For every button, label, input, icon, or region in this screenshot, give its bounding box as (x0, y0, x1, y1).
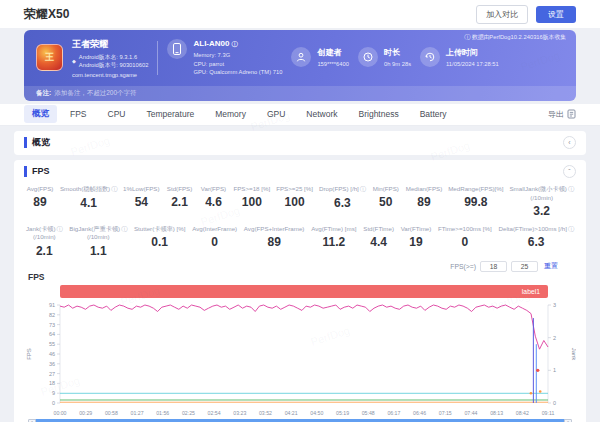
stat-value: 11.2 (311, 235, 356, 249)
fps-section-title: FPS (24, 166, 50, 177)
collapse-chevron-down-icon[interactable]: ˇ (563, 165, 576, 178)
device-cpu: CPU: parrot (193, 60, 282, 69)
fps-line-chart[interactable]: 918273645546362718903210FPSJank00:0000:2… (24, 300, 576, 418)
info-icon[interactable]: ⓘ (121, 226, 127, 232)
duration-label: 时长 (384, 47, 411, 58)
add-compare-button[interactable]: 加入对比 (476, 5, 528, 24)
stat-label: Delta(FTime)>100ms [/h]ⓘ (499, 225, 574, 234)
stat-value: 99.8 (448, 195, 503, 209)
stat-value: 4.1 (60, 196, 117, 210)
tab-brightness[interactable]: Brightness (351, 106, 407, 122)
tab-cpu[interactable]: CPU (100, 106, 134, 122)
stat-label: FPS>=25 [%] (276, 185, 313, 193)
x-axis-tick: 01:56 (156, 410, 169, 416)
phone-icon (167, 39, 187, 59)
info-icon[interactable]: ⓘ (360, 186, 366, 192)
duration-block: 时长 0h 9m 28s (358, 47, 411, 69)
datazoom-selected-range[interactable] (35, 419, 565, 422)
settings-button[interactable]: 设置 (536, 6, 576, 23)
tab-battery[interactable]: Battery (412, 106, 455, 122)
version-note-text: 数据由PerfDog10.2.240316版本收集 (472, 34, 566, 40)
stat-label: Var(FPS) (199, 185, 227, 193)
app-version-code: Android版本号: 903010602 (79, 61, 149, 69)
tab-network[interactable]: Network (298, 106, 345, 122)
note-placeholder: 添加备注，不超过200个字符 (54, 89, 136, 96)
fps-stats-row-1: Avg(FPS)89Smooth(稳帧指数)ⓘ4.11%Low(FPS)54St… (24, 179, 576, 219)
datazoom-left-handle-icon[interactable]: ‖ (28, 419, 36, 422)
creator-label: 创建者 (317, 47, 349, 58)
stat-value: 100 (233, 195, 270, 209)
tab-gpu[interactable]: GPU (259, 106, 293, 122)
export-button[interactable]: 导出 (548, 109, 576, 120)
info-icon[interactable]: ⓘ (568, 186, 574, 192)
stat-label: Avg(InterFrame) (192, 225, 237, 233)
stat-label: Avg(FPS) (26, 185, 54, 193)
stat-value: 6.3 (319, 196, 366, 210)
info-icon[interactable]: ⓘ (57, 226, 63, 232)
stat: Jank(卡顿)ⓘ(/10min)2.1 (26, 225, 63, 258)
stat-value: 100 (276, 195, 313, 209)
collapse-chevron-left-icon[interactable]: ‹ (563, 136, 576, 149)
x-axis-tick: 00:58 (105, 410, 118, 416)
tab-概览[interactable]: 概览 (24, 105, 57, 123)
stat: Avg(FPS)89 (26, 185, 54, 209)
stat: SmallJank(微小卡顿)ⓘ(/10min)3.2 (509, 185, 573, 218)
info-icon[interactable]: ⓘ (568, 226, 574, 232)
stat: Avg(FPS+InterFrame)89 (244, 225, 305, 249)
stat-label: Smooth(稳帧指数)ⓘ (60, 185, 117, 194)
info-icon[interactable]: ⓘ (231, 40, 237, 49)
stat-value: 6.3 (499, 235, 574, 249)
app-info-block: 王者荣耀 ◆ Android版本名: 9.3.1.6 Android版本号: 9… (72, 38, 148, 78)
fps-threshold-low-input[interactable] (480, 261, 507, 272)
fps-threshold-label: FPS(>=) (450, 263, 476, 270)
datazoom-right-handle-icon[interactable]: ‖ (564, 419, 572, 422)
stat-value: 4.4 (363, 235, 394, 249)
stat-label: 1%Low(FPS) (123, 185, 159, 193)
series-line-fps (60, 305, 548, 349)
metric-tabbar: 概览FPSCPUTemperatureMemoryGPUNetworkBrigh… (0, 104, 600, 126)
left-axis-tick: 73 (49, 321, 55, 327)
duration-value: 0h 9m 28s (384, 60, 411, 69)
stat-value: 2.1 (26, 244, 63, 258)
divider (157, 41, 158, 75)
creator-block: 创建者 159****6400 (291, 47, 349, 69)
tab-memory[interactable]: Memory (207, 106, 254, 122)
stat-label: Stutter(卡顿率) [%] (134, 225, 186, 233)
stat-label: FTime>=100ms [%] (438, 225, 492, 233)
left-axis-tick: 64 (49, 331, 55, 337)
tab-fps[interactable]: FPS (62, 106, 95, 122)
note-field[interactable]: 备注:添加备注，不超过200个字符 (24, 86, 576, 101)
x-axis-tick: 07:15 (439, 410, 452, 416)
right-axis-tick: 2 (553, 334, 556, 340)
app-name: 王者荣耀 (72, 38, 148, 51)
right-axis-tick: 0 (553, 400, 556, 406)
x-axis-tick: 00:29 (79, 410, 92, 416)
stat-label: FPS>=18 [%] (233, 185, 270, 193)
fps-section-card: FPS ˇ Avg(FPS)89Smooth(稳帧指数)ⓘ4.11%Low(FP… (14, 160, 586, 422)
tab-temperature[interactable]: Temperature (138, 106, 202, 122)
stat: Median(FPS)89 (406, 185, 442, 209)
stat-label: Median(FPS) (406, 185, 442, 193)
stat-label: Min(FPS) (372, 185, 400, 193)
device-model: ALI-AN00ⓘ (193, 39, 282, 49)
upload-time-label: 上传时间 (446, 47, 499, 58)
fps-threshold-high-input[interactable] (511, 261, 538, 272)
left-axis-tick: 18 (49, 380, 55, 386)
stat: Stutter(卡顿率) [%]0.1 (134, 225, 186, 249)
stat-label: Std(FPS) (166, 185, 194, 193)
right-axis-tick: 3 (553, 302, 556, 308)
overview-section-title: 概览 (24, 137, 50, 148)
upload-time-value: 11/05/2024 17:28:51 (446, 60, 499, 69)
left-axis-tick: 82 (49, 311, 55, 317)
user-icon (291, 47, 311, 67)
stat-label: Jank(卡顿)ⓘ(/10min) (26, 225, 63, 242)
datazoom-scrollbar[interactable]: ‖ ‖ (28, 419, 572, 422)
stat-value: 0 (438, 235, 492, 249)
reset-link[interactable]: 重置 (544, 261, 558, 271)
info-icon[interactable]: ⓘ (111, 186, 117, 192)
session-header-card: ⓘ 数据由PerfDog10.2.240316版本收集 王 王者荣耀 ◆ And… (24, 30, 576, 101)
x-axis-tick: 08:42 (516, 410, 529, 416)
chart-label-banner[interactable]: label1 (60, 285, 548, 298)
app-package: com.tencent.tmgp.sgame (72, 72, 148, 78)
stat-label: SmallJank(微小卡顿)ⓘ(/10min) (509, 185, 573, 202)
